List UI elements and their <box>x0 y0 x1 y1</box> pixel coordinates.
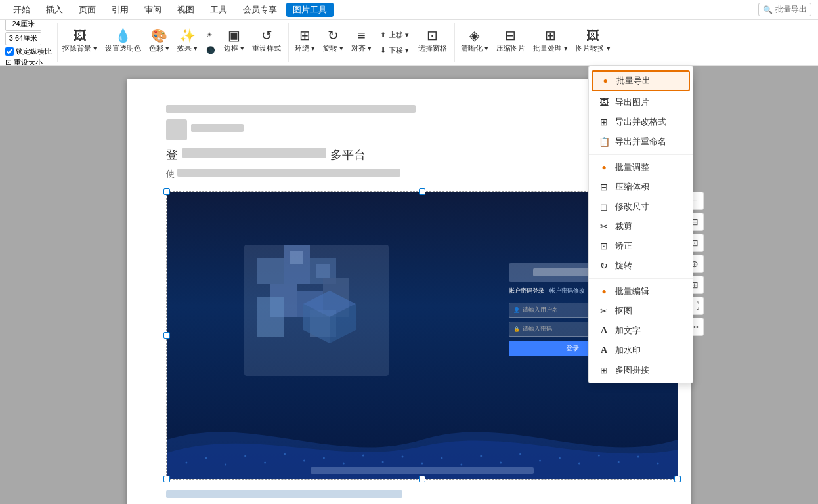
height-input[interactable] <box>5 32 41 45</box>
svg-point-33 <box>559 457 561 459</box>
brightness-down-icon: 🌑 <box>206 46 215 54</box>
blurred-icon <box>166 119 187 140</box>
effect-btn[interactable]: ✨ 效果 ▾ <box>174 23 201 60</box>
menu-vip[interactable]: 会员专享 <box>236 3 284 17</box>
align-btn[interactable]: ≡ 对齐 ▾ <box>348 23 375 60</box>
dropdown-export-format-label: 导出并改格式 <box>615 116 666 128</box>
dropdown-batch-edit[interactable]: ● 批量编辑 <box>589 282 693 301</box>
zorder-col: ⬆ 上移 ▾ ⬇ 下移 ▾ <box>376 23 413 62</box>
dropdown-export-image[interactable]: 🖼 导出图片 <box>589 93 693 112</box>
svg-rect-9 <box>290 251 303 264</box>
svg-point-34 <box>578 462 580 464</box>
dropdown-batch-edit-label: 批量编辑 <box>615 285 649 297</box>
lock-checkbox-input[interactable] <box>5 47 14 56</box>
sharpen-btn[interactable]: ◈ 清晰化 ▾ <box>458 23 492 60</box>
divider-2 <box>589 278 693 279</box>
menu-picture-tool[interactable]: 图片工具 <box>286 3 334 17</box>
set-transparent-btn[interactable]: 💧 设置透明色 <box>102 23 144 60</box>
handle-bottom-right[interactable] <box>674 476 681 482</box>
dropdown-crop[interactable]: ✂ 裁剪 <box>589 217 693 236</box>
dropdown-compress-volume-label: 压缩体积 <box>615 181 649 193</box>
dropdown-rotate-label: 旋转 <box>615 260 632 272</box>
login-tab-password: 帐户密码登录 <box>509 287 544 297</box>
vip-icon-batch-export: ● <box>599 76 611 85</box>
move-up-btn[interactable]: ⬆ 上移 ▾ <box>376 28 413 42</box>
export-image-icon: 🖼 <box>598 97 610 108</box>
handle-top-left[interactable] <box>163 188 170 195</box>
resize-btn[interactable]: ⊡ 重设大小 <box>5 58 52 66</box>
effect-icon: ✨ <box>179 29 196 42</box>
wrap-btn[interactable]: ⊞ 环绕 ▾ <box>291 23 318 60</box>
dropdown-export-format[interactable]: ⊞ 导出并改格式 <box>589 112 693 132</box>
svg-point-37 <box>637 455 639 457</box>
dropdown-export-image-label: 导出图片 <box>615 96 649 108</box>
lock-checkbox[interactable]: 锁定纵横比 <box>5 47 52 56</box>
blurred-line-1 <box>166 105 416 113</box>
svg-point-19 <box>284 453 286 455</box>
sharpen-icon: ◈ <box>469 29 479 42</box>
brightness-down-btn[interactable]: 🌑 <box>202 43 219 57</box>
menu-tools[interactable]: 工具 <box>204 3 234 17</box>
compress-img-btn[interactable]: ⊟ 压缩图片 <box>493 23 528 60</box>
bottom-blurred-doc <box>166 490 402 498</box>
menu-home[interactable]: 开始 <box>7 3 37 17</box>
handle-top-center[interactable] <box>419 188 425 195</box>
export-format-icon: ⊞ <box>598 117 610 127</box>
menu-review[interactable]: 审阅 <box>138 3 168 17</box>
dropdown-export-rename[interactable]: 📋 导出并重命名 <box>589 132 693 152</box>
ribbon: 锁定纵横比 ⊡ 重设大小 🖼 抠除背景 ▾ 💧 设置透明色 🎨 色彩 ▾ ✨ 效… <box>0 20 818 66</box>
handle-middle-left[interactable] <box>163 332 170 339</box>
svg-point-18 <box>264 461 266 463</box>
correct-icon: ⊡ <box>598 241 610 251</box>
convert-btn[interactable]: 🖼 图片转换 ▾ <box>572 23 614 60</box>
dropdown-compress-volume[interactable]: ⊟ 压缩体积 <box>589 177 693 197</box>
vip-icon-batch-edit: ● <box>598 287 610 296</box>
width-input[interactable] <box>5 20 41 31</box>
doc-icon-row <box>166 119 652 140</box>
svg-point-35 <box>598 454 600 456</box>
color-btn[interactable]: 🎨 色彩 ▾ <box>146 23 173 60</box>
dropdown-rotate-item[interactable]: ↻ 旋转 <box>589 256 693 276</box>
dropdown-resize[interactable]: ◻ 修改尺寸 <box>589 197 693 217</box>
ribbon-group-edit: 🖼 抠除背景 ▾ 💧 设置透明色 🎨 色彩 ▾ ✨ 效果 ▾ ☀ 🌑 ▣ 边框 … <box>59 23 289 62</box>
border-btn[interactable]: ▣ 边框 ▾ <box>221 23 248 60</box>
batch-export-dropdown: ● 批量导出 🖼 导出图片 ⊞ 导出并改格式 📋 导出并重命名 ● 批量调整 ⊟… <box>588 66 693 383</box>
svg-point-30 <box>500 461 502 463</box>
handle-bottom-left[interactable] <box>163 476 170 482</box>
svg-point-27 <box>441 457 442 459</box>
document-area: 登 多平台 使 <box>0 66 818 504</box>
menu-view[interactable]: 视图 <box>171 3 201 17</box>
menu-page[interactable]: 页面 <box>72 3 102 17</box>
size-group: 锁定纵横比 ⊡ 重设大小 <box>5 23 58 62</box>
blurred-header <box>166 105 652 113</box>
dropdown-add-watermark[interactable]: A 加水印 <box>589 341 693 360</box>
dropdown-collage[interactable]: ⊞ 多图拼接 <box>589 360 693 380</box>
select-window-icon: ⊡ <box>427 29 438 42</box>
color-icon: 🎨 <box>151 29 167 42</box>
batch-process-btn[interactable]: ⊞ 批量处理 ▾ <box>530 23 571 60</box>
dropdown-correct-label: 矫正 <box>615 240 632 252</box>
dropdown-add-text[interactable]: A 加文字 <box>589 321 693 341</box>
doc-title: 登 多平台 <box>166 147 652 163</box>
select-window-btn[interactable]: ⊡ 选择窗格 <box>415 23 450 60</box>
vip-icon-batch-adjust: ● <box>598 163 610 172</box>
menu-search-batch[interactable]: 🔍 批量导出 <box>758 3 811 16</box>
handle-bottom-center[interactable] <box>419 476 425 482</box>
svg-point-28 <box>460 463 462 465</box>
brightness-up-btn[interactable]: ☀ <box>202 28 219 42</box>
menu-insert[interactable]: 插入 <box>39 3 70 17</box>
dropdown-cutout[interactable]: ✂ 抠图 <box>589 301 693 321</box>
rotate-btn[interactable]: ↻ 旋转 ▾ <box>320 23 347 60</box>
dropdown-correct[interactable]: ⊡ 矫正 <box>589 236 693 256</box>
divider-1 <box>589 154 693 155</box>
blurred-subtitle <box>191 124 244 132</box>
move-down-btn[interactable]: ⬇ 下移 ▾ <box>376 43 413 57</box>
dropdown-batch-export[interactable]: ● 批量导出 <box>592 70 690 91</box>
reset-style-btn[interactable]: ↺ 重设样式 <box>249 23 284 60</box>
dropdown-batch-adjust[interactable]: ● 批量调整 <box>589 158 693 177</box>
down-icon: ⬇ <box>380 46 386 54</box>
remove-bg-btn[interactable]: 🖼 抠除背景 ▾ <box>59 23 100 60</box>
menu-reference[interactable]: 引用 <box>105 3 135 17</box>
compress-volume-icon: ⊟ <box>598 182 610 192</box>
menubar: 开始 插入 页面 引用 审阅 视图 工具 会员专享 图片工具 🔍 批量导出 <box>0 0 818 20</box>
